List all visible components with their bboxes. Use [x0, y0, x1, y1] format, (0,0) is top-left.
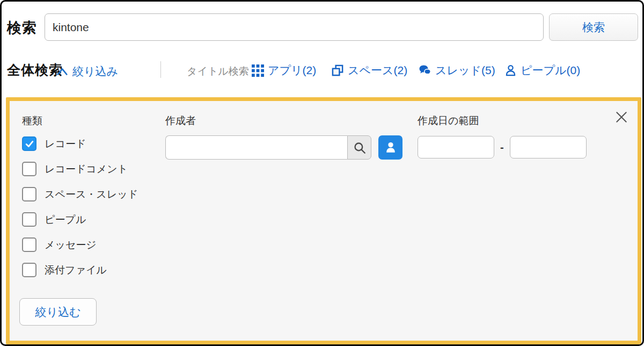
checkbox-record-checked[interactable] — [22, 136, 36, 151]
apply-filter-button[interactable]: 絞り込む — [19, 298, 97, 326]
category-label: スレッド(5) — [435, 63, 495, 78]
checkbox-label: ピープル — [45, 213, 86, 227]
date-range-separator: - — [500, 141, 504, 154]
type-checkbox-list: レコード レコードコメント スペース・スレッド ピープル メッセージ 添付ファイ… — [22, 136, 138, 288]
category-count: (2) — [393, 64, 407, 76]
filter-toggle-link[interactable]: 絞り込み — [56, 64, 118, 79]
nav-divider — [160, 61, 161, 78]
creator-input[interactable] — [165, 135, 347, 160]
category-label: ピープル(0) — [521, 63, 580, 78]
checkbox-message[interactable] — [22, 237, 36, 252]
checkbox-row-record[interactable]: レコード — [22, 136, 138, 151]
category-count: (2) — [302, 64, 316, 76]
user-picker-button[interactable] — [378, 135, 402, 160]
category-label: アプリ(2) — [268, 63, 316, 78]
category-label: スペース(2) — [348, 63, 407, 78]
checkbox-row-people[interactable]: ピープル — [22, 212, 138, 227]
checkbox-label: レコードコメント — [45, 162, 128, 176]
checkbox-attachment[interactable] — [22, 263, 36, 277]
global-search-page: { "search_bar": { "label": "検索", "input_… — [0, 0, 644, 346]
creator-section-label: 作成者 — [165, 114, 196, 128]
creator-controls — [165, 135, 402, 160]
chevron-up-icon — [56, 67, 68, 76]
type-section-label: 種類 — [22, 114, 42, 128]
checkbox-people[interactable] — [22, 212, 36, 227]
checkbox-row-space-thread[interactable]: スペース・スレッド — [22, 187, 138, 201]
date-section-label: 作成日の範囲 — [418, 114, 479, 128]
category-count: (0) — [566, 64, 580, 76]
spaces-icon — [332, 64, 344, 77]
checkbox-label: レコード — [45, 137, 86, 151]
category-people[interactable]: ピープル(0) — [504, 63, 580, 78]
category-count: (5) — [481, 64, 495, 76]
filter-toggle-label: 絞り込み — [72, 64, 118, 79]
search-button[interactable]: 検索 — [549, 13, 638, 41]
checkbox-label: 添付ファイル — [45, 263, 107, 277]
date-from-input[interactable] — [418, 136, 494, 158]
search-input[interactable] — [45, 13, 544, 41]
checkbox-space-thread[interactable] — [22, 187, 36, 201]
page-title: 全体検索 — [7, 61, 63, 79]
creator-search-button[interactable] — [347, 135, 371, 160]
date-to-input[interactable] — [510, 136, 587, 158]
category-apps[interactable]: アプリ(2) — [252, 63, 316, 78]
checkbox-row-message[interactable]: メッセージ — [22, 237, 138, 252]
checkbox-label: スペース・スレッド — [45, 188, 138, 201]
category-threads[interactable]: スレッド(5) — [419, 63, 495, 78]
checkbox-row-attachment[interactable]: 添付ファイル — [22, 263, 138, 277]
date-range-controls: - — [418, 136, 587, 158]
checkbox-record-comment[interactable] — [22, 162, 36, 176]
grid-icon — [252, 64, 264, 77]
category-spaces[interactable]: スペース(2) — [332, 63, 407, 78]
search-label: 検索 — [7, 18, 37, 38]
thread-icon — [419, 64, 431, 77]
checkbox-label: メッセージ — [45, 238, 97, 252]
filter-panel: 種類 作成者 作成日の範囲 レコード レコードコメント スペース・スレッド ピー… — [6, 97, 641, 344]
person-icon — [504, 64, 517, 77]
checkbox-row-record-comment[interactable]: レコードコメント — [22, 162, 138, 176]
title-search-label: タイトル検索 — [187, 64, 249, 78]
close-icon[interactable] — [614, 110, 629, 125]
